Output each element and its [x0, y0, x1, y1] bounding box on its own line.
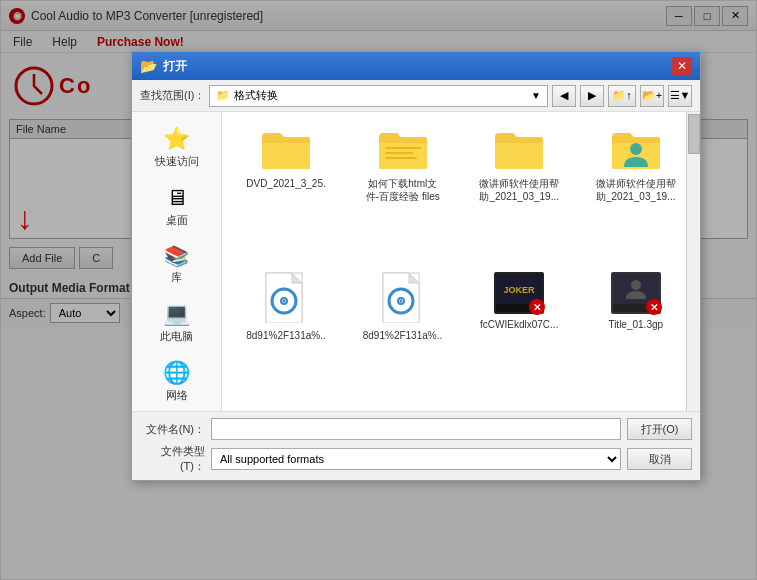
filename-label: 文件名(N)： — [140, 422, 205, 437]
file-label-5: 8d91%2F131a%... — [363, 329, 443, 342]
file-label-0: DVD_2021_3_25... — [246, 177, 326, 190]
file-item-2[interactable]: 微讲师软件使用帮助_2021_03_19... — [465, 122, 574, 258]
create-folder-button[interactable]: 📂+ — [640, 85, 664, 107]
doc-svg-5 — [381, 271, 425, 323]
location-selector[interactable]: 📁 格式转换 ▼ — [209, 85, 548, 107]
folder-svg-3 — [610, 127, 662, 171]
dialog-toolbar-label: 查找范围(I)： — [140, 88, 205, 103]
app-window: ◉ Cool Audio to MP3 Converter [unregiste… — [0, 0, 757, 580]
folder-svg-0 — [260, 127, 312, 171]
nav-back-button[interactable]: ◀ — [552, 85, 576, 107]
file-browser: DVD_2021_3_25... — [222, 112, 700, 411]
sidebar-network[interactable]: 🌐 网络 — [136, 354, 217, 409]
quick-access-icon: ⭐ — [163, 126, 190, 152]
file-label-1: 如何下载html文件-百度经验 files — [363, 177, 443, 203]
file-label-3: 微讲师软件使用帮助_2021_03_19... — [596, 177, 676, 203]
filename-input[interactable] — [211, 418, 621, 440]
library-icon: 📚 — [164, 244, 189, 268]
folder-icon-2 — [493, 127, 545, 174]
folder-svg-2 — [493, 127, 545, 171]
dialog-title-bar: 📂 打开 ✕ — [132, 52, 700, 80]
network-label: 网络 — [166, 388, 188, 403]
sidebar-quick-access[interactable]: ⭐ 快速访问 — [136, 120, 217, 175]
svg-rect-1 — [385, 147, 421, 149]
nav-forward-button[interactable]: ▶ — [580, 85, 604, 107]
video-icon-6: JOKER ✕ — [493, 271, 545, 315]
desktop-icon: 🖥 — [166, 185, 188, 211]
svg-point-19 — [631, 280, 641, 290]
folder-icon-3 — [610, 127, 662, 174]
sidebar-library[interactable]: 📚 库 — [136, 238, 217, 291]
file-label-7: Title_01.3gp — [608, 318, 663, 331]
doc-icon-5 — [381, 271, 425, 326]
location-folder-icon: 📁 — [216, 89, 230, 102]
video-icon-7: ✕ — [610, 271, 662, 315]
error-badge-7: ✕ — [646, 299, 662, 315]
nav-up-button[interactable]: 📁↑ — [608, 85, 636, 107]
view-menu-button[interactable]: ☰▼ — [668, 85, 692, 107]
folder-icon-0 — [260, 127, 312, 174]
file-open-dialog: 📂 打开 ✕ 查找范围(I)： 📁 格式转换 ▼ ◀ ▶ 📁↑ 📂+ ☰▼ — [131, 51, 701, 481]
network-icon: 🌐 — [163, 360, 190, 386]
file-grid: DVD_2021_3_25... — [222, 112, 700, 407]
svg-point-4 — [630, 143, 642, 155]
folder-icon-1 — [377, 127, 429, 174]
file-label-6: fcCWIEkdlx07C... — [480, 318, 558, 331]
dialog-title-left: 📂 打开 — [140, 58, 187, 75]
this-pc-icon: 💻 — [163, 301, 190, 327]
svg-rect-3 — [385, 157, 417, 159]
quick-access-label: 快速访问 — [155, 154, 199, 169]
file-item-7[interactable]: ✕ Title_01.3gp — [582, 266, 691, 397]
dialog-body: ⭐ 快速访问 🖥 桌面 📚 库 💻 此电脑 🌐 网络 — [132, 112, 700, 411]
dialog-title-text: 打开 — [163, 58, 187, 75]
file-item-0[interactable]: DVD_2021_3_25... — [232, 122, 341, 258]
file-item-1[interactable]: 如何下载html文件-百度经验 files — [349, 122, 458, 258]
sidebar-desktop[interactable]: 🖥 桌面 — [136, 179, 217, 234]
file-item-4[interactable]: 8d91%2F131a%... — [232, 266, 341, 397]
this-pc-label: 此电脑 — [160, 329, 193, 344]
library-label: 库 — [171, 270, 182, 285]
dialog-sidebar: ⭐ 快速访问 🖥 桌面 📚 库 💻 此电脑 🌐 网络 — [132, 112, 222, 411]
location-dropdown-icon[interactable]: ▼ — [531, 90, 541, 101]
desktop-label: 桌面 — [166, 213, 188, 228]
cancel-button[interactable]: 取消 — [627, 448, 692, 470]
svg-text:JOKER: JOKER — [504, 285, 536, 295]
sidebar-this-pc[interactable]: 💻 此电脑 — [136, 295, 217, 350]
open-button[interactable]: 打开(O) — [627, 418, 692, 440]
filename-row: 文件名(N)： 打开(O) — [140, 418, 692, 440]
doc-icon-4 — [264, 271, 308, 326]
file-item-3[interactable]: 微讲师软件使用帮助_2021_03_19... — [582, 122, 691, 258]
svg-point-8 — [283, 300, 286, 303]
dialog-bottom: 文件名(N)： 打开(O) 文件类型(T)： All supported for… — [132, 411, 700, 480]
dialog-close-button[interactable]: ✕ — [672, 57, 692, 75]
scrollbar-track[interactable] — [686, 112, 700, 411]
file-item-5[interactable]: 8d91%2F131a%... — [349, 266, 458, 397]
file-label-4: 8d91%2F131a%... — [246, 329, 326, 342]
doc-svg-4 — [264, 271, 308, 323]
location-text: 格式转换 — [234, 88, 527, 103]
svg-point-12 — [399, 300, 402, 303]
filetype-label: 文件类型(T)： — [140, 444, 205, 474]
dialog-folder-icon: 📂 — [140, 58, 157, 74]
dialog-toolbar: 查找范围(I)： 📁 格式转换 ▼ ◀ ▶ 📁↑ 📂+ ☰▼ — [132, 80, 700, 112]
scrollbar-thumb[interactable] — [688, 114, 700, 154]
svg-rect-2 — [385, 152, 413, 154]
file-item-6[interactable]: JOKER ✕ fcCWIEkdlx07C... — [465, 266, 574, 397]
filetype-row: 文件类型(T)： All supported formats 取消 — [140, 444, 692, 474]
folder-svg-1 — [377, 127, 429, 171]
filetype-select[interactable]: All supported formats — [211, 448, 621, 470]
file-label-2: 微讲师软件使用帮助_2021_03_19... — [479, 177, 559, 203]
